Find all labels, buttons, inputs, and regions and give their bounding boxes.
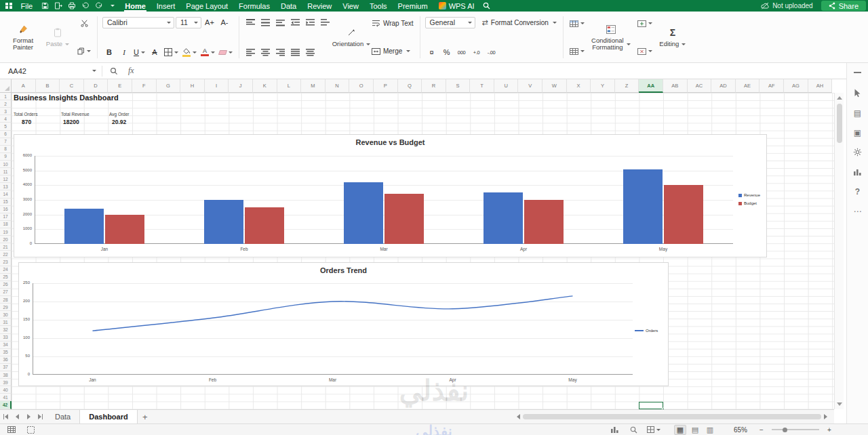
menu-file[interactable]: File: [16, 0, 39, 12]
tab-data[interactable]: Data: [275, 0, 302, 12]
row-header-20[interactable]: 20: [0, 236, 12, 243]
column-header-N[interactable]: N: [326, 79, 350, 93]
row-header-35[interactable]: 35: [0, 349, 12, 356]
row-header-11[interactable]: 11: [0, 168, 12, 175]
column-header-T[interactable]: T: [470, 79, 494, 93]
column-header-B[interactable]: B: [36, 79, 60, 93]
row-header-22[interactable]: 22: [0, 251, 12, 258]
help-icon[interactable]: ?: [852, 186, 863, 196]
fill-color-button[interactable]: [181, 46, 198, 59]
collapse-ribbon-icon[interactable]: [852, 68, 863, 79]
tab-formulas[interactable]: Formulas: [233, 0, 275, 12]
row-header-28[interactable]: 28: [0, 296, 12, 304]
zoom-in-button[interactable]: +: [823, 425, 835, 435]
row-header-40[interactable]: 40: [0, 386, 12, 394]
increase-decimal-button[interactable]: +.0: [470, 46, 484, 59]
row-header-17[interactable]: 17: [0, 213, 12, 221]
column-header-AA[interactable]: AA: [639, 79, 663, 93]
currency-format-button[interactable]: ¤: [425, 46, 439, 59]
column-header-L[interactable]: L: [277, 79, 302, 93]
row-header-10[interactable]: 10: [0, 161, 12, 168]
last-sheet-button[interactable]: [35, 410, 46, 423]
row-header-33[interactable]: 33: [0, 334, 12, 341]
borders-button[interactable]: [163, 46, 180, 59]
tab-review[interactable]: Review: [302, 0, 337, 12]
selection-mode-icon[interactable]: [24, 425, 37, 435]
column-header-Z[interactable]: Z: [615, 79, 639, 93]
zoom-slider[interactable]: [772, 425, 819, 434]
column-header-H[interactable]: H: [180, 79, 205, 93]
selected-cell[interactable]: [639, 402, 663, 409]
view-page-break-button[interactable]: ▥: [704, 425, 716, 435]
justify-button[interactable]: [289, 46, 302, 59]
horizontal-scrollbar[interactable]: [517, 414, 827, 419]
row-header-3[interactable]: 3: [0, 108, 12, 115]
zoom-level[interactable]: 65%: [734, 426, 747, 434]
vertical-scroll-thumb[interactable]: [837, 104, 842, 143]
row-header-31[interactable]: 31: [0, 318, 12, 326]
row-header-7[interactable]: 7: [0, 138, 12, 146]
align-middle-button[interactable]: [259, 16, 273, 29]
cell-total-orders-value[interactable]: 870: [22, 119, 31, 125]
row-header-27[interactable]: 27: [0, 289, 12, 296]
next-sheet-button[interactable]: [23, 410, 35, 423]
sheet-grid-icon[interactable]: [5, 425, 18, 435]
row-header-26[interactable]: 26: [0, 281, 12, 289]
frame-icon[interactable]: ▣: [852, 127, 863, 138]
cut-button[interactable]: [76, 17, 92, 30]
row-header-8[interactable]: 8: [0, 146, 12, 153]
search-icon[interactable]: [480, 0, 494, 12]
row-header-19[interactable]: 19: [0, 228, 12, 236]
row-header-5[interactable]: 5: [0, 123, 12, 130]
column-header-V[interactable]: V: [518, 79, 542, 93]
pointer-icon[interactable]: [852, 88, 863, 98]
number-format-select[interactable]: General: [425, 17, 475, 28]
tab-page-layout[interactable]: Page Layout: [180, 0, 233, 12]
tab-premium[interactable]: Premium: [393, 0, 433, 12]
merge-button[interactable]: Merge: [370, 45, 415, 58]
add-sheet-button[interactable]: +: [138, 410, 153, 423]
save-icon[interactable]: [38, 0, 52, 12]
column-header-P[interactable]: P: [374, 79, 398, 93]
align-left-button[interactable]: [244, 46, 258, 59]
tab-wps-ai[interactable]: WPS AI: [433, 0, 480, 12]
wrap-text-button[interactable]: Wrap Text: [370, 17, 415, 30]
redo-icon[interactable]: [92, 0, 106, 12]
font-size-select[interactable]: 11: [176, 17, 201, 28]
font-color-button[interactable]: A: [199, 46, 216, 59]
column-header-AC[interactable]: AC: [688, 79, 712, 93]
column-header-G[interactable]: G: [157, 79, 181, 93]
upload-status[interactable]: Not uploaded: [761, 2, 813, 9]
select-all-corner[interactable]: [0, 79, 12, 93]
column-header-E[interactable]: E: [108, 79, 132, 93]
row-header-41[interactable]: 41: [0, 394, 12, 401]
scroll-right-icon[interactable]: [824, 414, 827, 419]
row-header-2[interactable]: 2: [0, 100, 12, 108]
horizontal-scroll-thumb[interactable]: [523, 414, 821, 419]
row-header-1[interactable]: 1: [0, 93, 12, 100]
strikethrough-button[interactable]: A: [148, 46, 161, 59]
tools-icon[interactable]: [852, 147, 863, 157]
row-header-6[interactable]: 6: [0, 131, 12, 138]
column-header-X[interactable]: X: [567, 79, 591, 93]
increase-indent-button[interactable]: [304, 16, 317, 29]
vertical-scrollbar[interactable]: [834, 93, 844, 409]
column-header-C[interactable]: C: [60, 79, 84, 93]
text-direction-button[interactable]: [319, 16, 332, 29]
cell-avg-order-value[interactable]: 20.92: [112, 119, 126, 125]
cell-total-revenue-value[interactable]: 18200: [63, 119, 79, 125]
row-header-34[interactable]: 34: [0, 341, 12, 349]
column-header-J[interactable]: J: [229, 79, 253, 93]
tab-tools[interactable]: Tools: [364, 0, 393, 12]
insert-cells-button[interactable]: [636, 17, 654, 30]
row-header-23[interactable]: 23: [0, 258, 12, 266]
share-button[interactable]: Share: [821, 1, 866, 11]
row-header-37[interactable]: 37: [0, 364, 12, 371]
undo-icon[interactable]: [79, 0, 92, 12]
row-header-32[interactable]: 32: [0, 326, 12, 333]
view-page-layout-button[interactable]: ▤: [689, 425, 701, 435]
prev-sheet-button[interactable]: [12, 410, 23, 423]
row-header-16[interactable]: 16: [0, 206, 12, 213]
column-header-A[interactable]: A: [12, 79, 36, 93]
column-header-R[interactable]: R: [422, 79, 446, 93]
